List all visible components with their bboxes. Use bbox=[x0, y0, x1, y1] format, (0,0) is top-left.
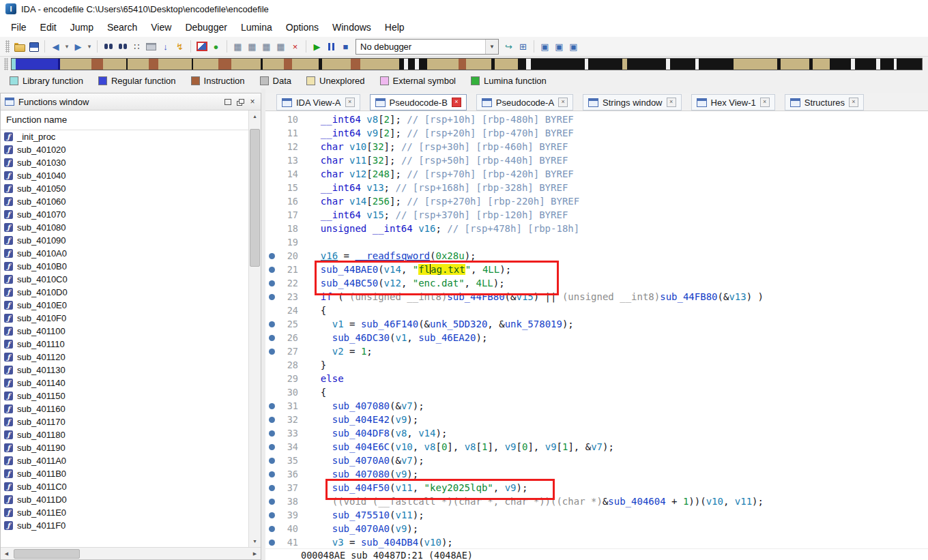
segment-list-icon[interactable]: ▣ bbox=[566, 40, 581, 54]
breakpoint-dot[interactable] bbox=[265, 126, 278, 140]
vertical-scroll-thumb[interactable] bbox=[250, 129, 260, 267]
add-struct-icon[interactable]: ▦ bbox=[231, 40, 245, 54]
lumina-status-icon[interactable]: ● bbox=[209, 40, 223, 54]
attach-process-icon[interactable]: ⊞ bbox=[516, 40, 530, 54]
tab-structures[interactable]: Structures× bbox=[785, 94, 864, 110]
search-names-icon[interactable] bbox=[101, 40, 115, 54]
function-row[interactable]: ƒsub_4011F0 bbox=[1, 519, 248, 532]
tab-ida-view-a[interactable]: IDA View-A× bbox=[276, 94, 360, 110]
breakpoint-dot[interactable] bbox=[265, 208, 278, 222]
code-line[interactable]: 23 if ( (unsigned __int8)sub_44FB80(&v15… bbox=[265, 290, 928, 304]
ida-view-icon[interactable] bbox=[194, 40, 209, 54]
code-line[interactable]: 27 v2 = 1; bbox=[265, 344, 928, 358]
tab-close-icon[interactable]: × bbox=[452, 98, 461, 107]
code-line[interactable]: 40 sub_4070A0(v9); bbox=[265, 522, 928, 535]
function-row[interactable]: ƒsub_401150 bbox=[1, 389, 248, 402]
navigate-back-icon[interactable]: ◀ bbox=[48, 40, 63, 54]
tab-close-icon[interactable]: × bbox=[667, 98, 676, 107]
code-line[interactable]: 18 unsigned __int64 v16; // [rsp+478h] [… bbox=[265, 222, 928, 235]
lumina-lightning-icon[interactable]: ↯ bbox=[173, 40, 187, 54]
edit-struct-icon[interactable]: ▦ bbox=[274, 40, 288, 54]
scroll-right-icon[interactable]: ▶ bbox=[249, 548, 261, 559]
breakpoint-dot[interactable] bbox=[265, 290, 278, 304]
breakpoint-dot[interactable] bbox=[265, 495, 278, 508]
function-row[interactable]: ƒsub_4011B0 bbox=[1, 467, 248, 480]
navband-grip[interactable] bbox=[4, 58, 8, 70]
horizontal-scroll-track[interactable] bbox=[12, 548, 249, 559]
menu-help[interactable]: Help bbox=[378, 18, 411, 37]
scroll-down-icon[interactable]: ▼ bbox=[249, 535, 261, 547]
pseudocode-view[interactable]: 10 __int64 v8[2]; // [rsp+10h] [rbp-480h… bbox=[265, 111, 928, 548]
forward-history-dropdown-icon[interactable]: ▾ bbox=[85, 40, 93, 54]
code-line[interactable]: 31 sub_407080(&v7); bbox=[265, 399, 928, 413]
scroll-left-icon[interactable]: ◀ bbox=[1, 548, 12, 559]
breakpoint-dot[interactable] bbox=[265, 317, 278, 331]
function-row[interactable]: ƒsub_4011C0 bbox=[1, 480, 248, 493]
function-row[interactable]: ƒsub_4010D0 bbox=[1, 286, 248, 299]
tab-hex-view-1[interactable]: Hex View-1× bbox=[691, 94, 775, 110]
function-row[interactable]: ƒsub_401040 bbox=[1, 169, 248, 182]
functions-window-titlebar[interactable]: Functions window × bbox=[1, 93, 261, 110]
stop-debugger-icon[interactable]: ■ bbox=[338, 40, 353, 54]
breakpoint-dot[interactable] bbox=[265, 467, 278, 481]
code-line[interactable]: 29 else bbox=[265, 372, 928, 385]
function-row[interactable]: ƒsub_401020 bbox=[1, 143, 248, 156]
pause-debugger-icon[interactable] bbox=[324, 40, 338, 54]
close-panel-button[interactable]: × bbox=[247, 97, 258, 107]
breakpoint-dot[interactable] bbox=[265, 522, 278, 535]
tab-pseudocode-a[interactable]: Pseudocode-A× bbox=[476, 94, 573, 110]
function-row[interactable]: ƒsub_401030 bbox=[1, 156, 248, 169]
functions-horizontal-scrollbar[interactable]: ◀ ▶ bbox=[1, 547, 261, 559]
function-row[interactable]: ƒsub_4011A0 bbox=[1, 454, 248, 467]
function-row[interactable]: ƒsub_401140 bbox=[1, 377, 248, 389]
menu-search[interactable]: Search bbox=[100, 18, 144, 37]
function-row[interactable]: ƒsub_401090 bbox=[1, 234, 248, 247]
scroll-up-icon[interactable]: ▲ bbox=[249, 110, 261, 122]
breakpoint-dot[interactable] bbox=[265, 235, 278, 249]
breakpoint-dot[interactable] bbox=[265, 276, 278, 290]
menu-file[interactable]: File bbox=[4, 18, 33, 37]
search-text-icon[interactable] bbox=[115, 40, 130, 54]
function-row[interactable]: ƒsub_4010C0 bbox=[1, 273, 248, 286]
menu-windows[interactable]: Windows bbox=[325, 18, 378, 37]
function-row[interactable]: ƒsub_4010F0 bbox=[1, 312, 248, 325]
code-line[interactable]: 16 char v14[256]; // [rsp+270h] [rbp-220… bbox=[265, 194, 928, 208]
start-debugger-icon[interactable]: ▶ bbox=[310, 40, 324, 54]
code-line[interactable]: 41 v3 = sub_404DB4(v10); bbox=[265, 535, 928, 548]
column-header-function-name[interactable]: Function name bbox=[1, 110, 248, 130]
breakpoint-dot[interactable] bbox=[265, 222, 278, 235]
breakpoint-dot[interactable] bbox=[265, 263, 278, 276]
function-row[interactable]: ƒsub_401130 bbox=[1, 364, 248, 377]
breakpoint-dot[interactable] bbox=[265, 358, 278, 372]
function-row[interactable]: ƒsub_401160 bbox=[1, 402, 248, 415]
print-icon[interactable] bbox=[144, 40, 158, 54]
breakpoint-dot[interactable] bbox=[265, 426, 278, 440]
toolbar-grip[interactable] bbox=[5, 40, 10, 53]
code-line[interactable]: 22 sub_44BC50(v12, "enc.dat", 4LL); bbox=[265, 276, 928, 290]
code-line[interactable]: 35 sub_4070A0(&v7); bbox=[265, 454, 928, 467]
function-row[interactable]: ƒsub_401180 bbox=[1, 428, 248, 441]
function-row[interactable]: ƒsub_401100 bbox=[1, 325, 248, 338]
breakpoint-dot[interactable] bbox=[265, 194, 278, 208]
add-union-icon[interactable]: ▦ bbox=[245, 40, 259, 54]
function-row[interactable]: ƒ_init_proc bbox=[1, 130, 248, 143]
chevron-down-icon[interactable]: ▼ bbox=[485, 40, 498, 54]
breakpoint-dot[interactable] bbox=[265, 535, 278, 548]
tab-close-icon[interactable]: × bbox=[345, 98, 355, 107]
breakpoint-dot[interactable] bbox=[265, 140, 278, 153]
breakpoint-dot[interactable] bbox=[265, 153, 278, 167]
code-line[interactable]: 13 char v11[32]; // [rsp+50h] [rbp-440h]… bbox=[265, 153, 928, 167]
code-line[interactable]: 11 __int64 v9[2]; // [rsp+20h] [rbp-470h… bbox=[265, 126, 928, 140]
debugger-selector[interactable]: No debugger ▼ bbox=[356, 39, 499, 55]
menu-options[interactable]: Options bbox=[279, 18, 325, 37]
functions-vertical-scrollbar[interactable]: ▲ ▼ bbox=[248, 110, 261, 547]
function-row[interactable]: ƒsub_4011E0 bbox=[1, 506, 248, 519]
breakpoint-dot[interactable] bbox=[265, 331, 278, 344]
breakpoint-dot[interactable] bbox=[265, 385, 278, 399]
menu-view[interactable]: View bbox=[144, 18, 178, 37]
add-enum-icon[interactable]: ▦ bbox=[259, 40, 274, 54]
function-row[interactable]: ƒsub_4010B0 bbox=[1, 260, 248, 273]
menu-jump[interactable]: Jump bbox=[63, 18, 100, 37]
code-line[interactable]: 26 sub_46DC30(v1, sub_46EA20); bbox=[265, 331, 928, 344]
function-row[interactable]: ƒsub_4010E0 bbox=[1, 299, 248, 312]
